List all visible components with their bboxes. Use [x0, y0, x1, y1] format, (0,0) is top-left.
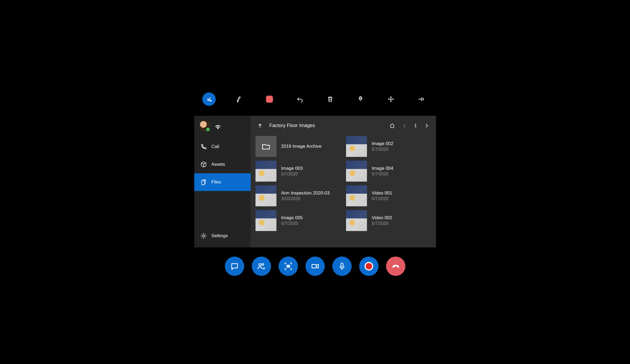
file-name: Image 002 [372, 141, 393, 146]
svg-rect-8 [312, 264, 316, 268]
move-tool-button[interactable] [384, 92, 398, 106]
file-meta: Arm Inspection 2020-03 3/10/2020 [281, 190, 330, 201]
phone-icon [200, 143, 207, 150]
mic-button[interactable] [332, 257, 352, 276]
annotation-toolbar [202, 88, 428, 110]
file-item[interactable]: Video 002 5/7/2020 [346, 210, 431, 231]
camera-capture-icon [284, 262, 293, 271]
file-name: Video 001 [372, 190, 392, 196]
sidebar-item-label: Assets [211, 162, 225, 167]
file-name: Video 002 [372, 215, 392, 221]
file-item-folder[interactable]: 2019 Image Archive [255, 136, 341, 157]
file-meta: Image 002 5/7/2020 [372, 141, 393, 152]
sidebar-item-label: Settings [211, 233, 228, 239]
svg-point-4 [259, 264, 261, 266]
sidebar: Call Assets Files Settings [194, 116, 251, 247]
video-thumbnail [346, 185, 367, 206]
file-date: 5/7/2020 [372, 172, 393, 176]
home-button[interactable] [388, 121, 397, 130]
file-name: 2019 Image Archive [281, 144, 322, 149]
record-icon [366, 263, 372, 269]
arrow-tool-button[interactable] [202, 92, 216, 106]
sidebar-item-assets[interactable]: Assets [194, 156, 251, 173]
file-meta: Image 004 5/7/2020 [372, 166, 393, 176]
image-thumbnail [255, 185, 276, 206]
video-thumbnail [346, 210, 367, 231]
page-number: 1 [412, 123, 419, 128]
next-page-button[interactable] [422, 121, 431, 130]
file-item[interactable]: Arm Inspection 2020-03 3/10/2020 [255, 185, 341, 207]
file-item[interactable]: Image 002 5/7/2020 [346, 136, 431, 157]
file-meta: Image 003 5/7/2020 [281, 166, 303, 176]
svg-point-5 [262, 264, 264, 265]
svg-point-0 [210, 100, 211, 101]
video-button[interactable] [305, 257, 325, 276]
hangup-button[interactable] [386, 257, 405, 276]
gear-icon [200, 232, 207, 239]
file-grid: 2019 Image Archive Image 002 5/7/2020 Im… [255, 136, 431, 247]
svg-point-3 [203, 235, 204, 237]
undo-button[interactable] [293, 92, 307, 106]
box-icon [200, 161, 207, 168]
files-panel: Call Assets Files Settings Factor [194, 116, 436, 247]
folder-icon [261, 142, 271, 151]
file-item[interactable]: Image 004 5/7/2020 [346, 160, 431, 182]
file-item[interactable]: Image 005 5/7/2020 [255, 210, 341, 231]
file-browser-header: Factory Floor Images 1 [255, 119, 431, 132]
file-date: 3/10/2020 [281, 196, 330, 201]
file-meta: Video 001 5/7/2020 [372, 190, 392, 201]
sidebar-item-call[interactable]: Call [194, 138, 251, 156]
file-name: Arm Inspection 2020-03 [281, 190, 330, 196]
add-participants-button[interactable] [252, 257, 271, 276]
file-date: 5/7/2020 [281, 172, 303, 176]
snapshot-button[interactable] [279, 257, 298, 276]
folder-thumbnail [255, 136, 276, 157]
signal-icon [214, 122, 222, 130]
sidebar-item-files[interactable]: Files [194, 173, 251, 191]
delete-button[interactable] [323, 92, 337, 106]
focus-tool-button[interactable] [354, 92, 367, 106]
file-name: Image 003 [281, 166, 303, 171]
file-meta: Video 002 5/7/2020 [372, 215, 392, 226]
svg-point-1 [360, 98, 361, 99]
prev-page-button[interactable] [400, 121, 409, 130]
image-thumbnail [255, 210, 276, 231]
svg-rect-9 [341, 263, 343, 267]
file-meta: Image 005 5/7/2020 [281, 215, 303, 226]
ink-color-swatch [266, 96, 273, 103]
image-thumbnail [255, 161, 276, 182]
chat-button[interactable] [225, 257, 244, 276]
hangup-icon [391, 262, 400, 271]
file-name: Image 004 [372, 166, 393, 171]
sidebar-item-settings[interactable]: Settings [194, 227, 251, 245]
pin-tool-button[interactable] [414, 92, 428, 106]
files-icon [200, 179, 207, 186]
record-button[interactable] [359, 257, 379, 276]
app-container: Call Assets Files Settings Factor [116, 88, 514, 276]
svg-point-7 [287, 265, 289, 266]
ink-color-button[interactable] [263, 92, 276, 106]
sidebar-item-label: Call [211, 144, 219, 149]
file-item[interactable]: Image 003 5/7/2020 [255, 160, 341, 182]
file-meta: 2019 Image Archive [281, 144, 322, 149]
image-thumbnail [346, 161, 367, 182]
file-browser: Factory Floor Images 1 [251, 116, 436, 247]
sidebar-item-label: Files [211, 179, 221, 185]
file-date: 5/7/2020 [372, 196, 392, 201]
image-thumbnail [346, 136, 367, 157]
svg-point-2 [217, 128, 218, 129]
mic-icon [338, 262, 346, 271]
avatar[interactable] [199, 121, 210, 131]
pen-tool-button[interactable] [232, 92, 246, 106]
people-add-icon [257, 262, 266, 271]
file-date: 5/7/2020 [281, 221, 303, 226]
chat-icon [230, 262, 239, 271]
call-controls [225, 257, 405, 276]
video-icon [311, 262, 319, 271]
profile-row [194, 119, 251, 138]
breadcrumb-title: Factory Floor Images [268, 123, 384, 128]
file-item[interactable]: Video 001 5/7/2020 [346, 185, 431, 207]
file-date: 5/7/2020 [372, 221, 392, 226]
up-button[interactable] [255, 121, 265, 130]
file-name: Image 005 [281, 215, 303, 221]
